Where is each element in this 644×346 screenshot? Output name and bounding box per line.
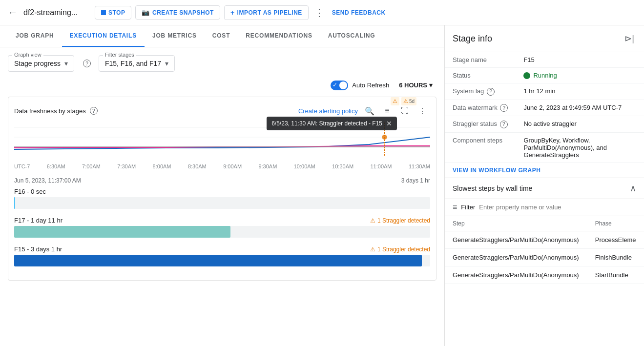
stage-info-label-syslag: System lag ? (445, 83, 516, 100)
stage-f17-bar (14, 226, 230, 238)
toggle-control[interactable]: ✓ (331, 81, 348, 90)
stage-f15-label-row: F15 - 3 days 1 hr ⚠ 1 Straggler detected (14, 245, 430, 253)
svg-point-5 (524, 73, 529, 78)
f15-straggler-text: 1 Straggler detected (377, 246, 430, 253)
stage-info-table: Stage name F15 Status Running (445, 52, 644, 163)
filter-stages-select[interactable]: Filter stages F15, F16, and F17 ▾ (99, 55, 175, 72)
straggler-help-icon[interactable]: ? (500, 121, 508, 128)
step-name-2: GenerateStragglers/ParMultiDo(Anonymous) (445, 248, 587, 266)
stage-info-value-straggler: No active straggler (516, 116, 644, 133)
stage-f16-bar (14, 197, 15, 209)
axis-label-0: UTC-7 (14, 163, 30, 169)
stage-f15-name: F15 - 3 days 1 hr (14, 245, 62, 253)
step-name-1: GenerateStragglers/ParMultiDo(Anonymous) (445, 231, 587, 248)
view-workflow-link[interactable]: VIEW IN WORKFLOW GRAPH (445, 163, 644, 178)
syslag-help-icon[interactable]: ? (487, 88, 495, 96)
collapse-slowest-steps-button[interactable]: ∧ (630, 183, 636, 194)
tune-icon: ≡ (385, 106, 389, 115)
stage-info-value-name: F15 (516, 52, 644, 68)
stage-info-label-status: Status (445, 68, 516, 83)
tab-cost[interactable]: COST (205, 25, 238, 47)
stage-f16-bar-track (14, 197, 430, 209)
slowest-steps-title: Slowest steps by wall time (453, 184, 532, 192)
graph-view-select[interactable]: Graph view Stage progress ▾ (8, 55, 74, 72)
axis-label-4: 8:00AM (153, 163, 171, 169)
chart-title: Data freshness by stages (14, 107, 86, 115)
slowest-steps-section: Slowest steps by wall time ∧ ≡ Filter St… (445, 178, 644, 346)
axis-label-8: 10:00AM (294, 163, 315, 169)
filter-icon: ≡ (453, 203, 457, 212)
more-chart-button[interactable]: ⋮ (415, 103, 430, 119)
stage-info-value-syslag: 1 hr 12 min (516, 83, 644, 100)
more-menu-button[interactable]: ⋮ (312, 7, 326, 19)
axis-label-6: 9:00AM (223, 163, 242, 169)
step-phase-1: ProcessEleme (587, 231, 644, 248)
execution-details-content: Graph view Stage progress ▾ ? Filter sta… (0, 47, 444, 346)
filter-stages-value[interactable]: F15, F16, and F17 ▾ (105, 58, 168, 67)
stage-time-header: Jun 5, 2023, 11:37:00 AM 3 days 1 hr (14, 177, 430, 184)
warning-count: 5d (409, 99, 415, 104)
stage-f15-bar-track (14, 255, 430, 266)
table-row[interactable]: GenerateStragglers/ParMultiDo(Anonymous)… (445, 231, 644, 248)
tab-job-graph[interactable]: JOB GRAPH (8, 25, 62, 47)
auto-refresh-toggle[interactable]: ✓ Auto Refresh (331, 81, 389, 90)
stage-f16-label-row: F16 - 0 sec (14, 188, 430, 195)
warning-badge-1: ⚠ (391, 97, 399, 105)
steps-table-header-row: Step Phase (445, 216, 644, 231)
table-row[interactable]: GenerateStragglers/ParMultiDo(Anonymous)… (445, 266, 644, 284)
stop-icon (101, 10, 106, 15)
import-pipeline-button[interactable]: + IMPORT AS PIPELINE (224, 5, 309, 20)
tabs-bar: JOB GRAPH EXECUTION DETAILS JOB METRICS … (0, 25, 444, 47)
chart-title-row: Data freshness by stages ? (14, 107, 98, 115)
steps-col-phase: Phase (587, 216, 644, 231)
steps-table-wrap: Step Phase GenerateStragglers/ParMultiDo… (445, 216, 644, 346)
axis-label-9: 10:30AM (332, 163, 353, 169)
left-panel: JOB GRAPH EXECUTION DETAILS JOB METRICS … (0, 25, 445, 346)
warning-badge-2: ⚠ 5d (401, 97, 416, 105)
help-icon-graph[interactable]: ? (83, 60, 91, 67)
panel-toggle-button[interactable]: ⊳| (623, 31, 636, 46)
axis-label-3: 7:30AM (117, 163, 136, 169)
chart-help-icon[interactable]: ? (90, 107, 98, 115)
back-button[interactable]: ← (6, 5, 20, 20)
stage-total-time: 3 days 1 hr (401, 177, 430, 184)
table-row[interactable]: GenerateStragglers/ParMultiDo(Anonymous)… (445, 248, 644, 266)
warning-icon-2: ⚠ (403, 98, 408, 104)
create-alerting-policy-link[interactable]: Create alerting policy (298, 107, 358, 115)
stage-info-label-watermark: Data watermark ? (445, 100, 516, 116)
graph-view-value[interactable]: Stage progress ▾ (14, 58, 68, 67)
main-layout: JOB GRAPH EXECUTION DETAILS JOB METRICS … (0, 25, 644, 346)
tab-job-metrics[interactable]: JOB METRICS (145, 25, 205, 47)
hours-selector[interactable]: 6 HOURS ▾ (395, 80, 436, 91)
stop-button[interactable]: STOP (95, 6, 131, 20)
stage-info-value-watermark: June 2, 2023 at 9:49:59 AM UTC-7 (516, 100, 644, 116)
filter-input[interactable] (479, 204, 636, 211)
tab-recommendations[interactable]: RECOMMENDATIONS (238, 25, 320, 47)
status-running-indicator: Running (523, 72, 636, 79)
watermark-help-icon[interactable]: ? (500, 104, 508, 112)
axis-label-1: 6:30AM (47, 163, 65, 169)
f17-warning-icon: ⚠ (370, 217, 375, 224)
hours-arrow-icon: ▾ (429, 81, 433, 89)
stage-info-value-status: Running (516, 68, 644, 83)
f15-warning-icon: ⚠ (370, 246, 375, 253)
snapshot-button[interactable]: 📷 CREATE SNAPSHOT (135, 5, 220, 20)
filter-label: Filter (461, 204, 475, 211)
stage-info-label-components: Component steps (445, 132, 516, 163)
step-name-3: GenerateStragglers/ParMultiDo(Anonymous) (445, 266, 587, 284)
stage-f17-bar-track (14, 226, 430, 238)
feedback-button[interactable]: SEND FEEDBACK (332, 9, 386, 16)
slowest-steps-header: Slowest steps by wall time ∧ (445, 178, 644, 199)
stage-item-f16: F16 - 0 sec (14, 188, 430, 209)
warning-icon-1: ⚠ (393, 98, 397, 104)
f17-straggler-text: 1 Straggler detected (377, 217, 430, 224)
stage-info-row-straggler: Straggler status ? No active straggler (445, 116, 644, 133)
tab-autoscaling[interactable]: AUTOSCALING (320, 25, 383, 47)
tab-execution-details[interactable]: EXECUTION DETAILS (62, 25, 145, 47)
axis-label-7: 9:30AM (258, 163, 277, 169)
tooltip-close-button[interactable]: ✕ (386, 120, 392, 127)
more-vert-icon: ⋮ (418, 106, 426, 116)
status-dot (523, 72, 530, 79)
step-phase-2: FinishBundle (587, 248, 644, 266)
page-title: df2-streaming... (23, 8, 87, 17)
